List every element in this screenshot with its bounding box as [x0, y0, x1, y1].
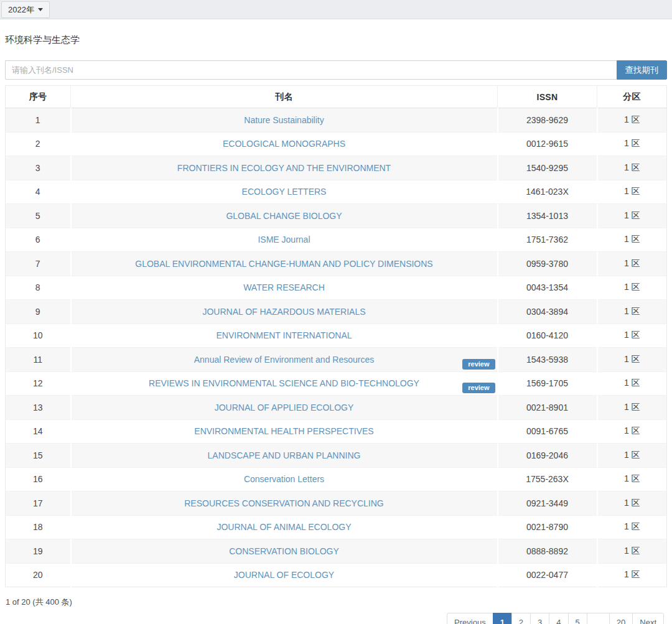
top-bar: 2022年 [0, 0, 672, 19]
table-row: 3 FRONTIERS IN ECOLOGY AND THE ENVIRONME… [6, 156, 667, 180]
table-row: 11 Annual Review of Environment and Reso… [6, 348, 667, 372]
journal-link[interactable]: ECOLOGY LETTERS [242, 187, 327, 197]
row-zone: 1 区 [597, 180, 667, 204]
row-index: 9 [6, 300, 71, 324]
journal-link[interactable]: ISME Journal [258, 235, 310, 244]
row-index: 5 [6, 204, 71, 228]
table-row: 9 JOURNAL OF HAZARDOUS MATERIALS 0304-38… [6, 300, 667, 324]
table-row: 14 ENVIRONMENTAL HEALTH PERSPECTIVES 009… [6, 419, 667, 444]
journal-link[interactable]: Conservation Letters [244, 474, 324, 484]
search-bar: 查找期刊 [5, 60, 667, 80]
row-issn: 0888-8892 [498, 539, 597, 564]
row-issn: 0921-3449 [498, 491, 597, 516]
pagination-button[interactable]: 2 [511, 613, 531, 624]
journal-link[interactable]: CONSERVATION BIOLOGY [229, 546, 339, 556]
journal-link[interactable]: LANDSCAPE AND URBAN PLANNING [208, 450, 361, 460]
table-row: 5 GLOBAL CHANGE BIOLOGY 1354-1013 1 区 [6, 204, 667, 228]
row-issn: 0022-0477 [498, 563, 597, 587]
journal-link[interactable]: ENVIRONMENTAL HEALTH PERSPECTIVES [194, 426, 373, 436]
journal-link[interactable]: Nature Sustainability [244, 115, 324, 125]
row-index: 10 [6, 324, 71, 348]
table-row: 15 LANDSCAPE AND URBAN PLANNING 0169-204… [6, 444, 667, 468]
row-name-cell: REVIEWS IN ENVIRONMENTAL SCIENCE AND BIO… [71, 371, 498, 396]
journal-link[interactable]: GLOBAL CHANGE BIOLOGY [226, 211, 342, 221]
row-index: 15 [6, 444, 71, 468]
table-row: 13 JOURNAL OF APPLIED ECOLOGY 0021-8901 … [6, 396, 667, 420]
journal-link[interactable]: Annual Review of Environment and Resourc… [194, 355, 375, 365]
row-name-cell: WATER RESEARCH [71, 276, 498, 300]
row-zone: 1 区 [597, 467, 667, 491]
pagination-button[interactable]: Next [632, 613, 664, 624]
pagination-button[interactable]: Previous [447, 613, 493, 624]
year-dropdown-button[interactable]: 2022年 [1, 1, 50, 18]
row-name-cell: ECOLOGICAL MONOGRAPHS [71, 132, 498, 156]
pagination-button[interactable]: 4 [549, 613, 568, 624]
journal-link[interactable]: FRONTIERS IN ECOLOGY AND THE ENVIRONMENT [177, 163, 391, 173]
journal-link[interactable]: JOURNAL OF ECOLOGY [234, 570, 334, 580]
row-name-cell: JOURNAL OF HAZARDOUS MATERIALS [71, 300, 498, 324]
row-issn: 1751-7362 [498, 228, 597, 252]
journal-link[interactable]: GLOBAL ENVIRONMENTAL CHANGE-HUMAN AND PO… [135, 259, 432, 269]
row-index: 16 [6, 467, 71, 491]
row-name-cell: GLOBAL ENVIRONMENTAL CHANGE-HUMAN AND PO… [71, 252, 498, 276]
pagination-button[interactable]: 1 [493, 613, 512, 624]
row-index: 19 [6, 539, 71, 564]
row-name-cell: ENVIRONMENT INTERNATIONAL [71, 324, 498, 348]
search-button[interactable]: 查找期刊 [617, 60, 667, 80]
row-issn: 0021-8901 [498, 396, 597, 420]
pagination-button[interactable]: 3 [530, 613, 549, 624]
table-row: 10 ENVIRONMENT INTERNATIONAL 0160-4120 1… [6, 324, 667, 348]
journal-link[interactable]: JOURNAL OF ANIMAL ECOLOGY [217, 522, 351, 532]
row-index: 20 [6, 563, 71, 587]
row-zone: 1 区 [597, 324, 667, 348]
caret-down-icon [38, 8, 43, 11]
row-index: 13 [6, 396, 71, 420]
journal-link[interactable]: REVIEWS IN ENVIRONMENTAL SCIENCE AND BIO… [149, 378, 419, 388]
row-name-cell: GLOBAL CHANGE BIOLOGY [71, 204, 498, 228]
pagination: Previous12345…20Next [447, 613, 664, 624]
pagination-button[interactable]: 5 [568, 613, 587, 624]
row-name-cell: JOURNAL OF ECOLOGY [71, 563, 498, 587]
row-name-cell: CONSERVATION BIOLOGY [71, 539, 498, 564]
journal-link[interactable]: RESOURCES CONSERVATION AND RECYCLING [184, 498, 384, 508]
journal-link[interactable]: WATER RESEARCH [243, 282, 325, 292]
row-issn: 0160-4120 [498, 324, 597, 348]
table-row: 7 GLOBAL ENVIRONMENTAL CHANGE-HUMAN AND … [6, 252, 667, 276]
row-zone: 1 区 [597, 371, 667, 396]
journal-link[interactable]: JOURNAL OF HAZARDOUS MATERIALS [202, 307, 365, 317]
journal-table: 序号 刊名 ISSN 分区 1 Nature Sustainability 23… [5, 85, 667, 587]
row-issn: 0091-6765 [498, 419, 597, 444]
row-name-cell: LANDSCAPE AND URBAN PLANNING [71, 444, 498, 468]
journal-link[interactable]: ECOLOGICAL MONOGRAPHS [223, 139, 345, 149]
row-issn: 1569-1705 [498, 371, 597, 396]
row-zone: 1 区 [597, 252, 667, 276]
row-name-cell: Nature Sustainability [71, 108, 498, 133]
table-row: 19 CONSERVATION BIOLOGY 0888-8892 1 区 [6, 539, 667, 564]
row-index: 18 [6, 515, 71, 539]
journal-link[interactable]: ENVIRONMENT INTERNATIONAL [216, 330, 352, 340]
row-index: 7 [6, 252, 71, 276]
row-issn: 0021-8790 [498, 515, 597, 539]
search-input[interactable] [5, 60, 617, 80]
row-issn: 0043-1354 [498, 276, 597, 300]
row-issn: 0304-3894 [498, 300, 597, 324]
pagination-button[interactable]: 20 [609, 613, 633, 624]
row-index: 2 [6, 132, 71, 156]
row-zone: 1 区 [597, 419, 667, 444]
row-index: 11 [6, 348, 71, 372]
table-row: 17 RESOURCES CONSERVATION AND RECYCLING … [6, 491, 667, 516]
table-row: 20 JOURNAL OF ECOLOGY 0022-0477 1 区 [6, 563, 667, 587]
row-index: 6 [6, 228, 71, 252]
row-zone: 1 区 [597, 108, 667, 133]
row-name-cell: FRONTIERS IN ECOLOGY AND THE ENVIRONMENT [71, 156, 498, 180]
table-row: 1 Nature Sustainability 2398-9629 1 区 [6, 108, 667, 133]
row-zone: 1 区 [597, 515, 667, 539]
result-summary: 1 of 20 (共 400 条) [5, 597, 667, 608]
table-row: 4 ECOLOGY LETTERS 1461-023X 1 区 [6, 180, 667, 204]
row-issn: 1354-1013 [498, 204, 597, 228]
row-issn: 0959-3780 [498, 252, 597, 276]
row-index: 3 [6, 156, 71, 180]
table-row: 18 JOURNAL OF ANIMAL ECOLOGY 0021-8790 1… [6, 515, 667, 539]
row-zone: 1 区 [597, 228, 667, 252]
journal-link[interactable]: JOURNAL OF APPLIED ECOLOGY [215, 403, 354, 412]
